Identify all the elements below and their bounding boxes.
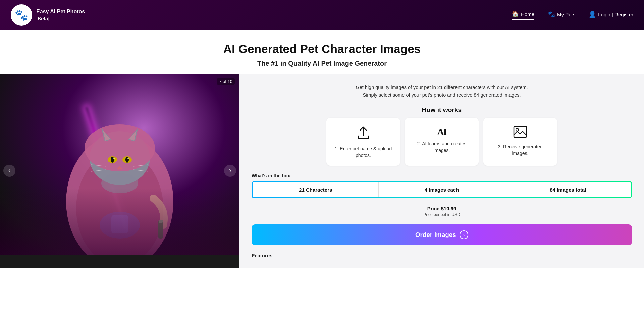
nav-home-label: Home xyxy=(521,11,534,17)
hiw-step1-label: 1. Enter pet name & upload photos. xyxy=(332,146,394,159)
svg-rect-24 xyxy=(158,220,163,239)
svg-rect-25 xyxy=(159,220,163,223)
user-icon: 👤 xyxy=(589,11,596,18)
header: 🐾 Easy AI Pet Photos [Beta] 🏠 Home 🐾 My … xyxy=(0,0,644,30)
how-it-works-cards: 1. Enter pet name & upload photos. AI 2.… xyxy=(252,118,632,165)
svg-point-3 xyxy=(85,124,155,171)
svg-rect-22 xyxy=(111,215,128,233)
order-images-button[interactable]: Order Images › xyxy=(252,224,632,245)
hero-subtitle: The #1 in Quality AI Pet Image Generator xyxy=(7,60,637,67)
witb-title: What's in the box xyxy=(252,173,632,178)
nav-login-label: Login | Register xyxy=(598,12,633,17)
how-it-works-title: How it works xyxy=(252,106,632,114)
witb-boxes: 21 Characters 4 Images each 84 Images to… xyxy=(252,181,632,198)
svg-point-13 xyxy=(127,158,129,159)
how-it-works-section: How it works 1. Enter pet name & upload … xyxy=(252,106,632,165)
pets-icon: 🐾 xyxy=(548,11,555,18)
price-main: Price $10.99 xyxy=(252,206,632,211)
image-frame-icon xyxy=(513,126,527,140)
image-carousel: 7 of 10 ‹ › xyxy=(0,74,239,268)
app-name: Easy AI Pet Photos xyxy=(36,8,85,15)
main-content: 7 of 10 ‹ › Get high quality images of y… xyxy=(0,74,644,268)
app-beta: [Beta] xyxy=(36,16,49,21)
description-line1: Get high quality images of your pet in 2… xyxy=(252,84,632,91)
paw-icon: 🐾 xyxy=(15,9,28,21)
slide-counter: 7 of 10 xyxy=(217,78,235,85)
description-text: Get high quality images of your pet in 2… xyxy=(252,84,632,99)
order-images-label: Order Images xyxy=(415,231,456,239)
pricing-area: Price $10.99 Price per pet in USD xyxy=(252,206,632,217)
features-section: Features xyxy=(252,253,632,258)
hiw-step2-label: 2. AI learns and creates images. xyxy=(411,141,473,154)
nav-my-pets[interactable]: 🐾 My Pets xyxy=(548,11,575,19)
svg-point-10 xyxy=(111,157,114,163)
svg-point-12 xyxy=(113,158,115,159)
ai-label-icon: AI xyxy=(437,126,446,137)
witb-images-each: 4 Images each xyxy=(379,182,505,197)
carousel-prev-button[interactable]: ‹ xyxy=(3,165,15,177)
nav-my-pets-label: My Pets xyxy=(557,12,575,17)
carousel-image-bg xyxy=(0,74,239,255)
home-icon: 🏠 xyxy=(512,10,519,18)
svg-point-27 xyxy=(516,128,519,131)
witb-images-total: 84 Images total xyxy=(505,182,631,197)
whats-in-box-section: What's in the box 21 Characters 4 Images… xyxy=(252,173,632,198)
price-sub: Price per pet in USD xyxy=(252,212,632,217)
main-nav: 🏠 Home 🐾 My Pets 👤 Login | Register xyxy=(512,10,633,20)
ai-text-icon: AI xyxy=(437,126,446,137)
info-panel: Get high quality images of your pet in 2… xyxy=(239,74,644,268)
svg-rect-26 xyxy=(514,126,527,137)
carousel-next-button[interactable]: › xyxy=(224,165,236,177)
description-line2: Simply select some of your pet's photo a… xyxy=(252,91,632,99)
upload-icon xyxy=(357,126,370,142)
svg-point-11 xyxy=(125,157,129,163)
nav-login-register[interactable]: 👤 Login | Register xyxy=(589,11,633,19)
hero-title: AI Generated Pet Character Images xyxy=(7,42,637,56)
hero-section: AI Generated Pet Character Images The #1… xyxy=(0,30,644,74)
features-title: Features xyxy=(252,253,632,258)
witb-characters: 21 Characters xyxy=(253,182,379,197)
hiw-card-ai: AI 2. AI learns and creates images. xyxy=(405,118,479,165)
hiw-step3-label: 3. Receive generated images. xyxy=(489,144,551,157)
logo-text: Easy AI Pet Photos [Beta] xyxy=(36,8,85,22)
cat-jedi-illustration xyxy=(39,94,200,255)
svg-point-23 xyxy=(101,173,138,193)
logo-area: 🐾 Easy AI Pet Photos [Beta] xyxy=(11,4,85,26)
hiw-card-receive: 3. Receive generated images. xyxy=(483,118,557,165)
logo-icon: 🐾 xyxy=(11,4,32,26)
nav-home[interactable]: 🏠 Home xyxy=(512,10,534,20)
hiw-card-upload: 1. Enter pet name & upload photos. xyxy=(326,118,400,165)
order-images-icon: › xyxy=(460,230,468,239)
